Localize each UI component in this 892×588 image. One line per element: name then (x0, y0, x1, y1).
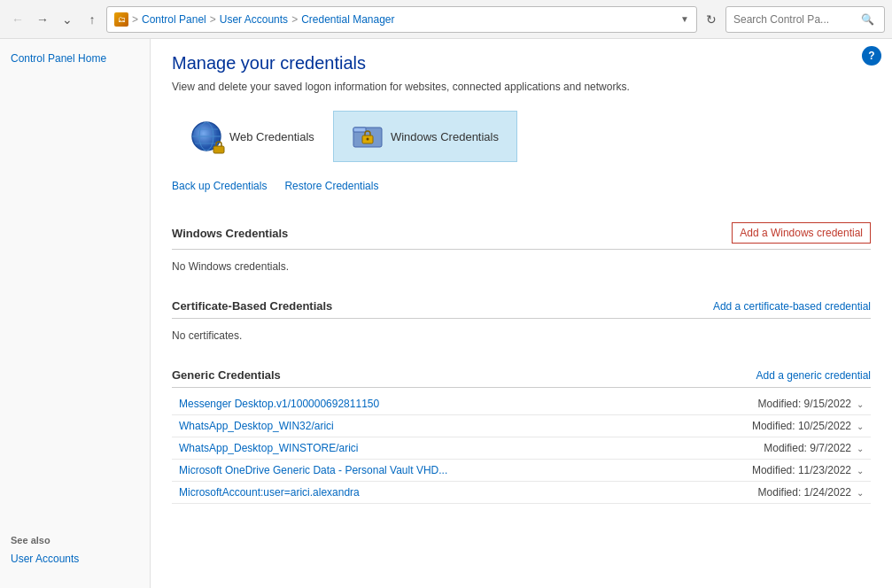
generic-credentials-title: Generic Credentials (172, 368, 281, 382)
certificate-credentials-header: Certificate-Based Credentials Add a cert… (172, 294, 871, 319)
tab-web-credentials[interactable]: Web Credentials (172, 111, 333, 162)
action-links: Back up Credentials Restore Credentials (172, 180, 871, 199)
page-subtitle: View and delete your saved logon informa… (172, 81, 792, 93)
credential-item-name[interactable]: MicrosoftAccount:user=arici.alexandra (179, 486, 758, 499)
credential-item-name[interactable]: Microsoft OneDrive Generic Data - Person… (179, 464, 752, 476)
add-windows-credential-link[interactable]: Add a Windows credential (732, 222, 871, 244)
page-title: Manage your credentials (172, 53, 871, 74)
sidebar: Control Panel Home See also User Account… (0, 39, 151, 588)
credential-item-date: Modified: 9/7/2022 (764, 442, 851, 454)
forward-button[interactable]: → (32, 9, 53, 30)
search-bar: 🔍 (725, 6, 885, 33)
table-row[interactable]: Microsoft OneDrive Generic Data - Person… (172, 460, 871, 482)
windows-credentials-title: Windows Credentials (172, 227, 288, 240)
generic-credentials-section: Generic Credentials Add a generic creden… (172, 363, 871, 504)
credential-item-name[interactable]: WhatsApp_Desktop_WIN32/arici (179, 420, 752, 432)
address-bar[interactable]: 🗂 > Control Panel > User Accounts > Cred… (106, 6, 697, 33)
windows-credentials-header: Windows Credentials Add a Windows creden… (172, 217, 871, 250)
chevron-down-icon[interactable]: ⌄ (857, 444, 864, 453)
tab-web-credentials-label: Web Credentials (229, 130, 314, 143)
see-also-label: See also (11, 535, 140, 545)
credential-item-name[interactable]: Messenger Desktop.v1/100000692811150 (179, 398, 758, 410)
chevron-down-icon[interactable]: ⌄ (857, 488, 864, 498)
tab-windows-credentials[interactable]: Windows Credentials (333, 111, 517, 162)
sidebar-user-accounts-link[interactable]: User Accounts (11, 551, 140, 567)
refresh-button[interactable]: ↻ (701, 9, 722, 30)
table-row[interactable]: Messenger Desktop.v1/100000692811150 Mod… (172, 393, 871, 415)
breadcrumb-control-panel[interactable]: Control Panel (142, 13, 206, 26)
credential-tabs: Web Credentials Windows Creden (172, 111, 871, 162)
titlebar: ← → ⌄ ↑ 🗂 > Control Panel > User Account… (0, 0, 892, 39)
sidebar-see-also: See also User Accounts (0, 528, 151, 570)
content-area: ? Manage your credentials View and delet… (151, 39, 892, 588)
generic-credentials-header: Generic Credentials Add a generic creden… (172, 363, 871, 388)
address-dropdown[interactable]: ▼ (680, 14, 689, 24)
restore-credentials-link[interactable]: Restore Credentials (284, 180, 378, 192)
help-button[interactable]: ? (862, 46, 881, 66)
credential-item-date: Modified: 10/25/2022 (752, 420, 851, 432)
windows-credentials-icon (352, 120, 384, 152)
search-icon[interactable]: 🔍 (861, 13, 874, 26)
main-layout: Control Panel Home See also User Account… (0, 39, 892, 588)
address-icon: 🗂 (114, 12, 128, 27)
sidebar-home-link[interactable]: Control Panel Home (0, 50, 150, 67)
backup-credentials-link[interactable]: Back up Credentials (172, 180, 267, 192)
back-button[interactable]: ← (7, 9, 28, 30)
svg-rect-5 (213, 146, 224, 153)
windows-credentials-section: Windows Credentials Add a Windows creden… (172, 217, 871, 283)
credential-item-date: Modified: 9/15/2022 (758, 398, 851, 410)
tab-windows-credentials-label: Windows Credentials (391, 130, 499, 143)
certificate-credentials-empty: No certificates. (172, 324, 871, 352)
web-credentials-icon (190, 120, 222, 152)
credential-item-date: Modified: 11/23/2022 (752, 464, 851, 476)
chevron-down-icon[interactable]: ⌄ (857, 466, 864, 476)
table-row[interactable]: WhatsApp_Desktop_WINSTORE/arici Modified… (172, 437, 871, 460)
recent-button[interactable]: ⌄ (57, 9, 78, 30)
windows-credentials-empty: No Windows credentials. (172, 255, 871, 283)
certificate-credentials-title: Certificate-Based Credentials (172, 299, 332, 313)
credential-item-name[interactable]: WhatsApp_Desktop_WINSTORE/arici (179, 442, 764, 454)
svg-point-9 (366, 138, 368, 141)
credential-item-date: Modified: 1/24/2022 (758, 486, 851, 499)
search-input[interactable] (733, 13, 857, 26)
table-row[interactable]: WhatsApp_Desktop_WIN32/arici Modified: 1… (172, 415, 871, 437)
svg-rect-7 (353, 128, 366, 132)
up-button[interactable]: ↑ (81, 9, 103, 30)
table-row[interactable]: MicrosoftAccount:user=arici.alexandra Mo… (172, 482, 871, 504)
breadcrumb-credential-manager[interactable]: Credential Manager (301, 13, 394, 26)
certificate-credentials-section: Certificate-Based Credentials Add a cert… (172, 294, 871, 352)
breadcrumb-user-accounts[interactable]: User Accounts (220, 13, 288, 26)
add-generic-credential-link[interactable]: Add a generic credential (756, 369, 871, 382)
chevron-down-icon[interactable]: ⌄ (857, 399, 864, 409)
add-certificate-credential-link[interactable]: Add a certificate-based credential (713, 300, 871, 313)
generic-credentials-list: Messenger Desktop.v1/100000692811150 Mod… (172, 393, 871, 504)
chevron-down-icon[interactable]: ⌄ (857, 422, 864, 431)
